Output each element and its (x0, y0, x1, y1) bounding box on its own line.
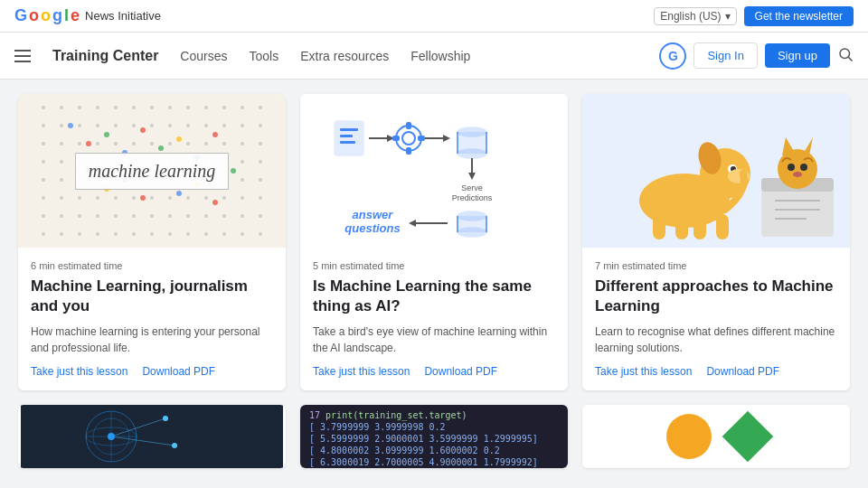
card-3-desc: Learn to recognise what defines differen… (595, 324, 837, 356)
svg-text:questions: questions (344, 221, 400, 235)
svg-rect-22 (335, 121, 363, 155)
card-1-image: machine learning (18, 94, 286, 248)
newsletter-button[interactable]: Get the newsletter (744, 6, 854, 26)
nav-courses[interactable]: Courses (180, 48, 227, 64)
language-selector[interactable]: English (US) ▾ (654, 7, 736, 25)
svg-rect-64 (693, 214, 706, 239)
svg-point-21 (231, 168, 236, 174)
svg-line-1 (848, 57, 852, 61)
globe-image (18, 405, 286, 468)
google-logo: Google (14, 6, 80, 25)
green-diamond (722, 411, 774, 463)
card-2-pdf-link[interactable]: Download PDF (424, 365, 497, 378)
cards-grid: machine learning 6 min estimated time Ma… (18, 94, 850, 390)
ml-grid-image-bg: machine learning (18, 94, 286, 248)
svg-point-51 (458, 228, 486, 237)
svg-rect-23 (340, 128, 358, 131)
svg-rect-62 (653, 214, 665, 239)
svg-rect-33 (418, 136, 425, 141)
orange-circle (666, 414, 712, 459)
card-1-time: 6 min estimated time (31, 260, 273, 271)
card-2-image: Serve Predictions answer questions (300, 94, 568, 248)
card-3-image (582, 94, 850, 248)
animals-svg (585, 97, 847, 246)
svg-marker-35 (443, 135, 450, 142)
card-1-pdf-link[interactable]: Download PDF (142, 365, 215, 378)
card-3-pdf-link[interactable]: Download PDF (706, 365, 779, 378)
nav-fellowship[interactable]: Fellowship (410, 48, 470, 64)
svg-point-20 (212, 200, 218, 205)
bottom-card-3 (582, 405, 850, 468)
card-3-time: 7 min estimated time (595, 260, 837, 271)
bottom-card-2: 17 print(training_set.target) [ 3.799999… (300, 405, 568, 468)
card-1-lesson-link[interactable]: Take just this lesson (31, 365, 127, 378)
svg-point-87 (108, 433, 115, 440)
svg-point-75 (800, 164, 807, 171)
card-1: machine learning 6 min estimated time Ma… (18, 94, 286, 390)
svg-rect-63 (675, 214, 688, 239)
nav-links: Courses Tools Extra resources Fellowship (180, 48, 470, 64)
card-2-lesson-link[interactable]: Take just this lesson (313, 365, 410, 378)
svg-rect-77 (21, 405, 283, 468)
svg-point-6 (104, 132, 109, 137)
bottom-row: 17 print(training_set.target) [ 3.799999… (18, 405, 850, 468)
card-2-desc: Take a bird's eye view of machine learni… (313, 324, 555, 356)
svg-rect-32 (392, 136, 400, 141)
svg-point-85 (163, 416, 168, 421)
card-3-title: Different approaches to Machine Learning (595, 277, 837, 316)
main-content: machine learning 6 min estimated time Ma… (0, 80, 868, 483)
top-bar-title: News Initiative (85, 9, 161, 23)
svg-point-86 (172, 443, 177, 448)
svg-rect-30 (406, 122, 411, 129)
nav-extra-resources[interactable]: Extra resources (300, 48, 389, 64)
google-g-icon: G (659, 42, 686, 70)
top-bar-brand: Google News Initiative (14, 6, 161, 25)
nav-tools[interactable]: Tools (250, 48, 279, 64)
card-3-body: 7 min estimated time Different approache… (582, 248, 850, 390)
card-3-lesson-link[interactable]: Take just this lesson (595, 365, 692, 378)
card-1-title: Machine Learning, journalism and you (31, 277, 273, 316)
svg-marker-42 (468, 173, 476, 180)
card-2-time: 5 min estimated time (313, 260, 555, 271)
chevron-down-icon: ▾ (725, 10, 731, 23)
svg-rect-24 (340, 135, 353, 137)
top-bar-actions: English (US) ▾ Get the newsletter (654, 6, 854, 26)
search-icon[interactable] (837, 46, 854, 66)
code-image: 17 print(training_set.target) [ 3.799999… (300, 405, 568, 468)
svg-point-74 (788, 164, 795, 171)
sign-up-button[interactable]: Sign up (765, 43, 830, 68)
card-2: Serve Predictions answer questions (300, 94, 568, 390)
card-1-links: Take just this lesson Download PDF (31, 365, 273, 378)
globe-svg (18, 405, 286, 468)
svg-point-5 (86, 141, 91, 146)
shapes-image (582, 405, 850, 468)
svg-point-18 (176, 191, 182, 196)
card-2-title: Is Machine Learning the same thing as AI… (313, 277, 555, 316)
ml-ai-diagram: Serve Predictions answer questions (300, 94, 568, 248)
card-2-links: Take just this lesson Download PDF (313, 365, 555, 378)
svg-rect-25 (340, 141, 355, 144)
training-center-label: Training Center (52, 48, 158, 64)
nav-bar: Training Center Courses Tools Extra reso… (0, 33, 868, 80)
svg-text:Predictions: Predictions (452, 193, 493, 202)
svg-point-8 (140, 127, 146, 133)
svg-marker-48 (409, 220, 416, 227)
svg-point-4 (68, 123, 73, 128)
card-1-body: 6 min estimated time Machine Learning, j… (18, 248, 286, 390)
svg-point-16 (140, 195, 146, 201)
svg-point-10 (176, 136, 182, 142)
bottom-card-1 (18, 405, 286, 468)
svg-point-12 (212, 132, 218, 137)
svg-point-0 (840, 49, 850, 59)
sign-in-button[interactable]: Sign In (693, 42, 757, 69)
svg-point-76 (793, 172, 802, 177)
card-3-links: Take just this lesson Download PDF (595, 365, 837, 378)
diagram-svg: Serve Predictions answer questions (307, 99, 561, 243)
svg-text:Serve: Serve (461, 183, 483, 192)
card-3: 7 min estimated time Different approache… (582, 94, 850, 390)
animals-illustration (582, 94, 850, 248)
hamburger-menu[interactable] (14, 50, 31, 62)
top-bar: Google News Initiative English (US) ▾ Ge… (0, 0, 868, 33)
card-2-body: 5 min estimated time Is Machine Learning… (300, 248, 568, 390)
nav-right-actions: G Sign In Sign up (659, 42, 854, 70)
